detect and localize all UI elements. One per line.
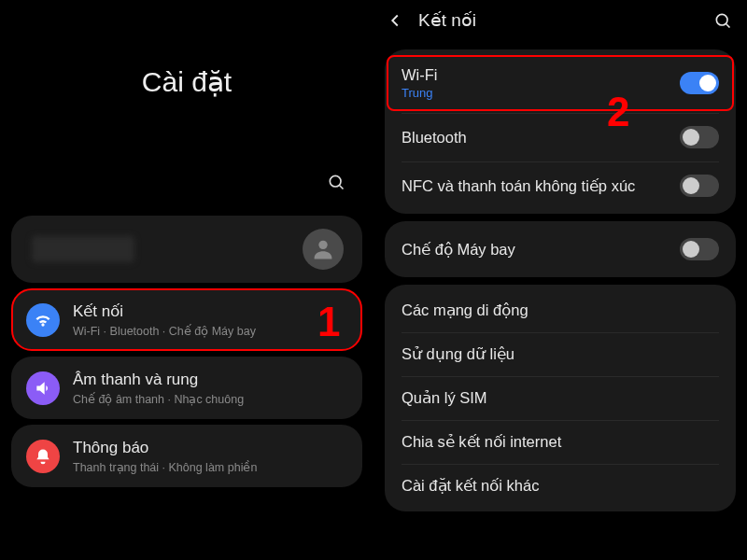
group-wireless: Wi-Fi Trung Bluetooth NFC và thanh toán … [385, 49, 736, 214]
row-sim-manager[interactable]: Quản lý SIM [385, 376, 736, 420]
settings-screen: Cài đặt Kết nối Wi-Fi · Bluetooth · Chế … [0, 0, 374, 560]
item-title: Thông báo [73, 438, 257, 458]
row-title: Cài đặt kết nối khác [402, 477, 719, 495]
group-network: Các mạng di động Sử dụng dữ liệu Quản lý… [385, 285, 736, 511]
item-title: Âm thanh và rung [73, 370, 244, 390]
group-airplane: Chế độ Máy bay [385, 221, 736, 277]
row-title: Chế độ Máy bay [402, 241, 680, 259]
row-mobile-networks[interactable]: Các mạng di động [385, 288, 736, 332]
settings-item-connections[interactable]: Kết nối Wi-Fi · Bluetooth · Chế độ Máy b… [11, 288, 362, 351]
item-subtitle: Thanh trạng thái · Không làm phiền [73, 460, 257, 474]
search-icon[interactable] [327, 173, 345, 191]
row-title: Wi-Fi [402, 66, 680, 84]
row-title: Các mạng di động [402, 301, 719, 319]
notification-icon [26, 440, 60, 473]
row-title: Quản lý SIM [402, 389, 719, 407]
settings-item-sound[interactable]: Âm thanh và rung Chế độ âm thanh · Nhạc … [11, 357, 362, 419]
wifi-toggle[interactable] [680, 72, 719, 94]
svg-point-2 [318, 241, 327, 249]
item-subtitle: Wi-Fi · Bluetooth · Chế độ Máy bay [73, 324, 256, 338]
airplane-toggle[interactable] [680, 238, 719, 260]
back-icon[interactable] [385, 10, 405, 31]
profile-name-blurred [32, 236, 134, 262]
row-title: Chia sẻ kết nối internet [402, 433, 719, 451]
row-hotspot[interactable]: Chia sẻ kết nối internet [385, 420, 736, 464]
header: Kết nối [374, 0, 747, 42]
item-title: Kết nối [73, 301, 256, 322]
avatar [303, 229, 344, 270]
search-row [0, 173, 374, 210]
svg-line-4 [726, 23, 730, 27]
profile-card[interactable] [11, 216, 362, 283]
item-subtitle: Chế độ âm thanh · Nhạc chuông [73, 392, 244, 406]
row-data-usage[interactable]: Sử dụng dữ liệu [385, 332, 736, 376]
row-title: Sử dụng dữ liệu [402, 345, 719, 363]
row-title: NFC và thanh toán không tiếp xúc [402, 177, 680, 195]
settings-item-notifications[interactable]: Thông báo Thanh trạng thái · Không làm p… [11, 425, 362, 487]
svg-point-3 [716, 14, 727, 25]
row-nfc[interactable]: NFC và thanh toán không tiếp xúc [385, 161, 736, 210]
row-airplane[interactable]: Chế độ Máy bay [385, 225, 736, 273]
nfc-toggle[interactable] [680, 175, 719, 197]
bluetooth-toggle[interactable] [680, 126, 719, 148]
row-wifi[interactable]: Wi-Fi Trung [385, 53, 736, 113]
row-more-connection[interactable]: Cài đặt kết nối khác [385, 464, 736, 508]
wifi-icon [26, 303, 60, 337]
page-title: Cài đặt [0, 0, 374, 173]
search-icon[interactable] [713, 11, 732, 30]
connections-screen: Kết nối Wi-Fi Trung Bluetooth NFC và tha… [374, 0, 747, 560]
header-title: Kết nối [418, 9, 713, 31]
svg-line-1 [340, 186, 344, 189]
row-title: Bluetooth [402, 129, 680, 147]
svg-point-0 [330, 175, 341, 187]
row-subtitle: Trung [402, 86, 680, 100]
sound-icon [26, 371, 60, 405]
row-bluetooth[interactable]: Bluetooth [385, 113, 736, 161]
